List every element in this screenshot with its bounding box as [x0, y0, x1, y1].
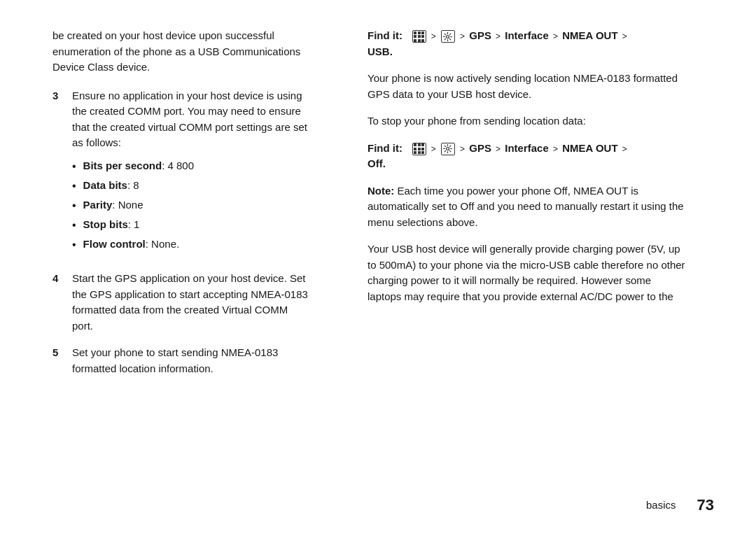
item-number-5: 5	[52, 345, 72, 360]
find-it-block-1: Find it: > > GPS	[368, 28, 686, 59]
item-number-3: 3	[52, 88, 72, 104]
right-column: Find it: > > GPS	[336, 28, 728, 536]
find-it-label-2: Find it: > > GPS	[368, 141, 686, 172]
list-item-label: Bits per second: 4 800	[83, 158, 194, 174]
intro-paragraph: be created on your host device upon succ…	[52, 28, 308, 76]
list-item-label: Data bits: 8	[83, 178, 139, 193]
apps-icon-1	[412, 30, 426, 43]
list-item-stop-bits: Stop bits: 1	[72, 217, 308, 233]
settings-icon-2	[441, 143, 455, 155]
find-it-block-2: Find it: > > GPS	[368, 141, 686, 172]
svg-point-1	[447, 148, 449, 150]
footer: basics 73	[0, 494, 756, 516]
numbered-item-4: 4 Start the GPS application on your host…	[52, 271, 308, 334]
para-1: Your phone is now actively sending locat…	[368, 71, 686, 102]
list-item-data-bits: Data bits: 8	[72, 178, 308, 194]
svg-point-0	[447, 35, 449, 38]
list-item-label: Stop bits: 1	[83, 217, 140, 232]
settings-bullet-list: Bits per second: 4 800 Data bits: 8 Pari…	[72, 158, 308, 253]
item-content-3: Ensure no application in your host devic…	[72, 88, 308, 260]
numbered-item-3: 3 Ensure no application in your host dev…	[52, 88, 308, 260]
list-item-label: Flow control: None.	[83, 237, 180, 252]
list-item-parity: Parity: None	[72, 197, 308, 213]
settings-svg-1	[443, 32, 452, 41]
footer-page-number: 73	[697, 494, 714, 516]
grid-icon-1	[414, 31, 424, 42]
note-block: Note: Each time you power your phone Off…	[368, 183, 686, 231]
settings-icon-1	[441, 30, 455, 43]
para-2: To stop your phone from sending location…	[368, 113, 686, 129]
list-item-bits-per-second: Bits per second: 4 800	[72, 158, 308, 174]
left-column: be created on your host device upon succ…	[0, 28, 336, 536]
numbered-item-5: 5 Set your phone to start sending NMEA-0…	[52, 345, 308, 376]
list-item-label: Parity: None	[83, 197, 144, 213]
footer-section: basics	[646, 498, 676, 513]
settings-svg-2	[443, 144, 452, 153]
page: be created on your host device upon succ…	[0, 0, 756, 536]
item-content-5: Set your phone to start sending NMEA-018…	[72, 345, 308, 376]
find-it-prefix-2: Find it:	[368, 142, 402, 154]
find-it-prefix-1: Find it:	[368, 29, 402, 41]
list-item-flow-control: Flow control: None.	[72, 237, 308, 253]
item-content-4: Start the GPS application on your host d…	[72, 271, 308, 334]
note-text: Each time you power your phone Off, NMEA…	[368, 185, 684, 228]
para-3: Your USB host device will generally prov…	[368, 241, 686, 304]
item-number-4: 4	[52, 271, 72, 286]
note-label: Note:	[368, 185, 394, 197]
find-it-label-1: Find it: > > GPS	[368, 28, 686, 59]
apps-icon-2	[412, 143, 426, 155]
grid-icon-2	[414, 143, 424, 154]
